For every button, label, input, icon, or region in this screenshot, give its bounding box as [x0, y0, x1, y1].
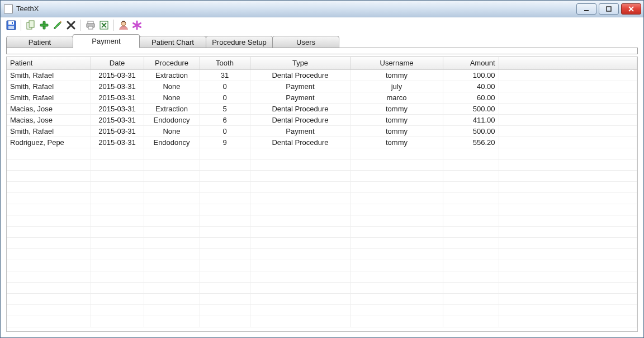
excel-icon: [99, 20, 109, 30]
save-button[interactable]: [5, 19, 17, 31]
table-body: Smith, Rafael2015-03-31Extraction31Denta…: [7, 69, 637, 327]
pencil-icon: [53, 20, 63, 30]
table-row-empty: [7, 204, 637, 215]
star-button[interactable]: [131, 19, 143, 31]
table-row[interactable]: Smith, Rafael2015-03-31None0Paymentjuly4…: [7, 81, 637, 92]
cell-procedure: Endodoncy: [144, 114, 200, 125]
edit-button[interactable]: [51, 19, 64, 31]
table-row-empty: [7, 148, 637, 159]
add-button[interactable]: [38, 19, 50, 31]
cell-type: Payment: [250, 92, 351, 103]
table-row-empty: [7, 271, 637, 282]
table-row[interactable]: Smith, Rafael2015-03-31Extraction31Denta…: [7, 69, 637, 81]
tab-content-top-box: [6, 48, 638, 54]
cell-date: 2015-03-31: [91, 114, 144, 125]
toolbar: [1, 17, 643, 33]
app-window: TeethX: [0, 0, 644, 338]
col-header-amount[interactable]: Amount: [443, 57, 499, 69]
toolbar-separator: [113, 20, 114, 31]
table-row[interactable]: Smith, Rafael2015-03-31None0Paymenttommy…: [7, 125, 637, 137]
table-row-empty: [7, 316, 637, 327]
svg-marker-12: [54, 22, 61, 29]
header-text: Patient: [10, 59, 32, 67]
user-button[interactable]: [117, 19, 130, 31]
cell-username: tommy: [351, 103, 443, 114]
cell-type: Dental Procedure: [250, 103, 351, 114]
table-row[interactable]: Rodriguez, Pepe2015-03-31Endodoncy9Denta…: [7, 137, 637, 148]
table-row-empty: [7, 193, 637, 204]
tab-label: Patient Chart: [151, 38, 194, 46]
tab-patient[interactable]: Patient: [6, 36, 73, 48]
export-excel-button[interactable]: [98, 19, 110, 31]
header-text: Amount: [470, 59, 495, 67]
header-text: Type: [292, 59, 308, 67]
table-row[interactable]: Smith, Rafael2015-03-31None0Paymentmarco…: [7, 92, 637, 103]
minimize-icon: [583, 6, 590, 12]
svg-rect-9: [29, 21, 34, 27]
copy-icon: [26, 20, 36, 30]
cell-tooth: 0: [200, 92, 250, 103]
tab-label: Patient: [29, 38, 51, 46]
svg-rect-7: [12, 22, 13, 24]
toolbar-separator: [21, 20, 21, 31]
header-text: Tooth: [216, 59, 234, 67]
tab-payment[interactable]: Payment: [73, 34, 140, 48]
cell-procedure: Endodoncy: [144, 137, 200, 148]
minimize-button[interactable]: [576, 3, 596, 15]
cell-tooth: 31: [200, 69, 250, 81]
print-button[interactable]: [84, 19, 97, 31]
header-text: Username: [380, 59, 414, 67]
cell-patient: Smith, Rafael: [7, 81, 91, 92]
col-header-tooth[interactable]: Tooth: [200, 57, 250, 69]
app-icon: [4, 4, 13, 13]
cell-type: Payment: [250, 81, 351, 92]
delete-button[interactable]: [65, 19, 77, 31]
svg-rect-5: [8, 21, 14, 25]
svg-rect-19: [88, 26, 93, 29]
table-row-empty: [7, 226, 637, 237]
tab-users[interactable]: Users: [272, 36, 339, 48]
cell-rest: [499, 114, 637, 125]
cell-procedure: Extraction: [144, 103, 200, 114]
window-title: TeethX: [16, 4, 576, 13]
cell-rest: [499, 69, 637, 81]
cell-tooth: 0: [200, 125, 250, 137]
cell-tooth: 9: [200, 137, 250, 148]
cell-rest: [499, 92, 637, 103]
cell-tooth: 5: [200, 103, 250, 114]
col-header-username[interactable]: Username: [351, 57, 443, 69]
cell-procedure: None: [144, 81, 200, 92]
cell-type: Dental Procedure: [250, 69, 351, 81]
tab-label: Payment: [92, 37, 120, 45]
col-header-patient[interactable]: Patient: [7, 57, 91, 69]
cell-amount: 556.20: [443, 137, 499, 148]
svg-rect-1: [607, 7, 611, 11]
cell-rest: [499, 125, 637, 137]
col-header-date[interactable]: Date: [91, 57, 144, 69]
table-row-empty: [7, 282, 637, 293]
user-icon: [119, 20, 129, 30]
maximize-button[interactable]: [599, 3, 619, 15]
col-header-type[interactable]: Type: [250, 57, 351, 69]
close-button[interactable]: [621, 3, 641, 15]
tab-strip: Patient Payment Patient Chart Procedure …: [6, 33, 638, 48]
table-row[interactable]: Macias, Jose2015-03-31Endodoncy6Dental P…: [7, 114, 637, 125]
printer-icon: [86, 20, 96, 30]
table-row[interactable]: Macias, Jose2015-03-31Extraction5Dental …: [7, 103, 637, 114]
cell-username: tommy: [351, 69, 443, 81]
cell-type: Dental Procedure: [250, 137, 351, 148]
cell-procedure: None: [144, 92, 200, 103]
cell-tooth: 6: [200, 114, 250, 125]
tabs-container: Patient Payment Patient Chart Procedure …: [1, 33, 643, 54]
tab-label: Users: [296, 38, 315, 46]
header-text: Date: [110, 59, 125, 67]
tab-patient-chart[interactable]: Patient Chart: [139, 36, 206, 48]
plus-icon: [39, 20, 49, 30]
tab-procedure-setup[interactable]: Procedure Setup: [206, 36, 273, 48]
copy-button[interactable]: [25, 19, 37, 31]
svg-rect-6: [8, 26, 14, 29]
table-row-empty: [7, 181, 637, 193]
col-header-procedure[interactable]: Procedure: [144, 57, 200, 69]
col-header-rest: [499, 57, 637, 69]
table-row-empty: [7, 215, 637, 226]
